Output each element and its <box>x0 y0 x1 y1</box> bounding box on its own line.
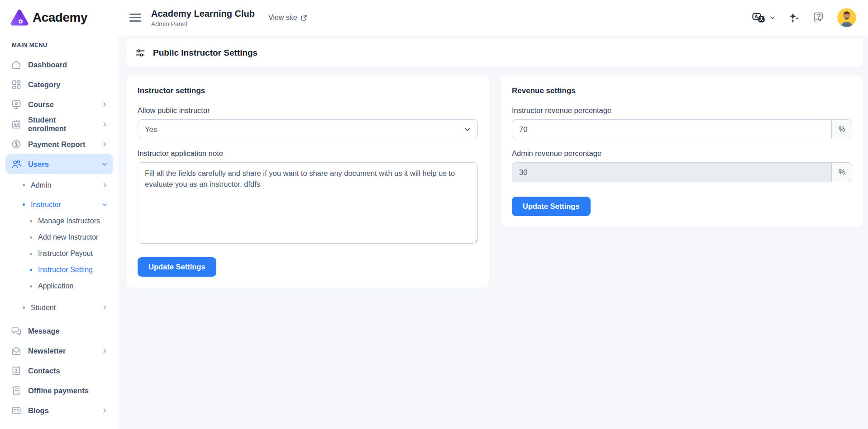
sidebar-item-student[interactable]: Student <box>5 299 113 316</box>
allow-public-instructor-label: Allow public instructor <box>138 106 478 115</box>
contact-card-icon <box>11 365 22 376</box>
top-header: Academy Learning Club Admin Panel View s… <box>119 0 868 35</box>
course-icon <box>11 99 22 110</box>
card-heading: Instructor settings <box>138 86 478 95</box>
sidebar-item-offline-payments[interactable]: Offline payments <box>5 381 113 401</box>
sidebar-item-dashboard[interactable]: Dashboard <box>5 55 113 75</box>
chevron-down-icon <box>102 202 108 207</box>
sidebar-item-label: Instructor Setting <box>38 266 93 274</box>
home-icon <box>11 59 22 70</box>
sidebar-item-label: Course <box>28 100 54 109</box>
bullet-dot-icon <box>23 203 25 206</box>
sidebar-toggle-button[interactable] <box>129 12 141 23</box>
bullet-dot-icon <box>30 236 32 239</box>
instructor-application-note-textarea[interactable]: Fill all the fields carefully and share … <box>138 162 478 244</box>
help-button[interactable] <box>812 11 825 24</box>
sidebar-item-application[interactable]: Application <box>5 278 113 294</box>
sidebar-item-label: Manage Instructors <box>38 217 100 225</box>
sidebar-item-add-new-instructor[interactable]: Add new Instructor <box>5 229 113 245</box>
sidebar-item-label: Message <box>28 327 60 335</box>
sidebar-item-label: Users <box>28 160 49 169</box>
sidebar-item-category[interactable]: Category <box>5 75 113 94</box>
bullet-dot-icon <box>30 269 32 271</box>
instructor-settings-card: Instructor settings Allow public instruc… <box>127 75 489 288</box>
site-subtitle: Admin Panel <box>151 20 255 28</box>
dollar-circle-icon <box>11 139 22 150</box>
sidebar-item-message[interactable]: Message <box>5 321 113 341</box>
sidebar-item-label: Newsletter <box>28 347 66 355</box>
help-chat-icon <box>812 11 825 24</box>
update-settings-button[interactable]: Update Settings <box>138 257 216 277</box>
sidebar-item-label: Offline payments <box>28 387 89 395</box>
page-title-bar: Public Instructor Settings <box>127 38 863 67</box>
bullet-dot-icon <box>23 306 25 309</box>
percent-addon: % <box>831 162 852 182</box>
chevron-right-icon <box>101 407 108 414</box>
sidebar-item-label: Instructor <box>31 201 61 209</box>
chevron-right-icon <box>102 305 108 311</box>
admin-revenue-percentage-field: % <box>512 162 852 182</box>
sidebar-item-blogs[interactable]: Blogs <box>5 401 113 420</box>
chevron-down-icon <box>769 14 776 21</box>
sidebar-item-manage-instructors[interactable]: Manage Instructors <box>5 213 113 229</box>
view-site-label: View site <box>268 14 297 22</box>
settings-cards: Instructor settings Allow public instruc… <box>127 75 863 288</box>
sidebar-item-student-enrollment[interactable]: Student enrollment <box>5 114 113 134</box>
bullet-dot-icon <box>30 285 32 288</box>
admin-revenue-percentage-label: Admin revenue percentage <box>512 149 852 158</box>
allow-public-instructor-field: Yes <box>138 119 478 139</box>
sidebar-item-label: Contacts <box>28 367 60 375</box>
sidebar-item-payment-report[interactable]: Payment Report <box>5 134 113 154</box>
instructor-revenue-percentage-field: % <box>512 119 852 139</box>
bullet-dot-icon <box>30 253 32 255</box>
sidebar-item-label: Admin <box>31 181 51 189</box>
receipt-icon <box>11 385 22 396</box>
chevron-down-icon <box>101 161 108 167</box>
external-link-icon <box>300 14 307 21</box>
sidebar-item-label: Category <box>28 80 61 89</box>
users-icon <box>11 159 22 170</box>
user-avatar[interactable] <box>837 8 856 27</box>
sidebar-item-instructor-payout[interactable]: Instructor Payout <box>5 245 113 262</box>
sidebar-item-label: Payment Report <box>28 140 86 149</box>
instructor-revenue-percentage-label: Instructor revenue percentage <box>512 106 852 115</box>
update-settings-button[interactable]: Update Settings <box>512 197 591 216</box>
message-icon <box>11 325 22 336</box>
header-actions <box>752 8 856 27</box>
admin-revenue-percentage-input <box>512 162 831 182</box>
bullet-dot-icon <box>23 184 25 186</box>
site-title-block: Academy Learning Club Admin Panel <box>151 8 255 28</box>
view-site-link[interactable]: View site <box>268 14 307 22</box>
sidebar-item-label: Add new Instructor <box>38 233 98 241</box>
translate-icon <box>752 12 766 24</box>
sidebar-item-label: Instructor Payout <box>38 250 93 258</box>
brand-logo[interactable]: Academy <box>5 8 113 26</box>
sidebar-item-course[interactable]: Course <box>5 94 113 114</box>
sidebar: Academy MAIN MENU Dashboard Category Cou… <box>0 0 119 429</box>
sidebar-item-label: Student <box>31 304 56 312</box>
language-selector[interactable] <box>752 12 776 24</box>
sidebar-item-contacts[interactable]: Contacts <box>5 361 113 381</box>
allow-public-instructor-select[interactable]: Yes <box>138 119 478 139</box>
sidebar-item-label: Student enrollment <box>28 116 95 133</box>
percent-addon: % <box>831 119 852 139</box>
sidebar-item-instructor-setting[interactable]: Instructor Setting <box>5 262 113 278</box>
chevron-right-icon <box>102 182 108 188</box>
sidebar-item-admin[interactable]: Admin <box>5 177 113 193</box>
enrollment-icon <box>11 119 22 130</box>
bullet-dot-icon <box>30 220 32 222</box>
chevron-right-icon <box>101 101 108 108</box>
page-content: Public Instructor Settings Instructor se… <box>119 35 868 429</box>
brand-name: Academy <box>33 10 87 25</box>
sparkles-button[interactable] <box>787 11 800 24</box>
sidebar-item-instructor[interactable]: Instructor <box>5 196 113 213</box>
chevron-right-icon <box>101 121 108 127</box>
academy-logo-icon <box>10 9 29 26</box>
sidebar-item-label: Dashboard <box>28 61 67 69</box>
sidebar-item-newsletter[interactable]: Newsletter <box>5 341 113 361</box>
chevron-right-icon <box>101 348 108 354</box>
instructor-revenue-percentage-input[interactable] <box>512 119 831 139</box>
instructor-application-note-label: Instructor application note <box>138 149 478 158</box>
sidebar-item-label: Blogs <box>28 406 49 415</box>
sidebar-item-users[interactable]: Users <box>5 154 113 174</box>
